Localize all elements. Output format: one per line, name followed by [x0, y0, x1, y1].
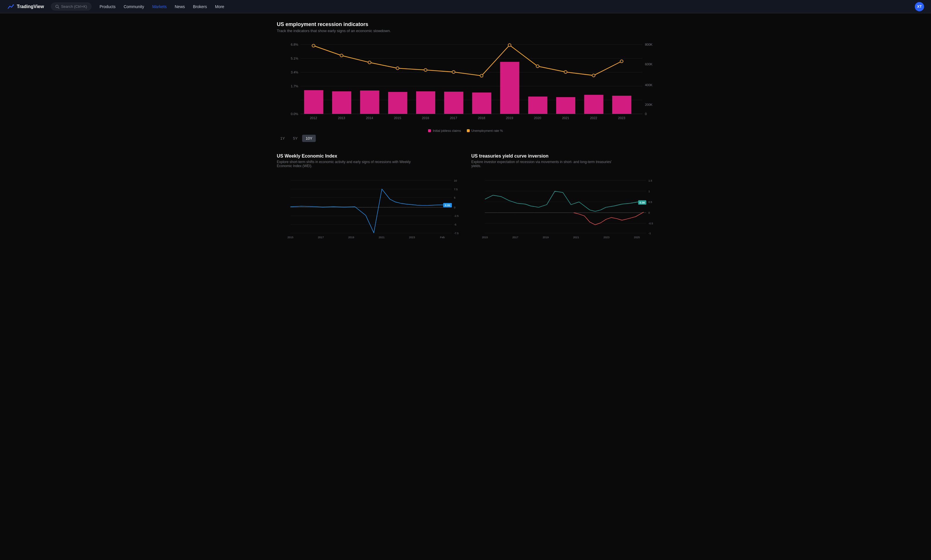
svg-text:2023: 2023	[409, 236, 415, 239]
main-content: US employment recession indicators Track…	[263, 13, 668, 251]
svg-text:0: 0	[454, 206, 455, 209]
legend-unemployment-label: Unemployment rate %	[471, 129, 503, 132]
svg-rect-28	[556, 97, 575, 114]
svg-text:1.5: 1.5	[648, 179, 652, 182]
svg-text:0.5: 0.5	[648, 201, 652, 203]
svg-text:-0.5: -0.5	[648, 222, 653, 225]
svg-point-49	[480, 74, 483, 77]
logo-icon	[7, 3, 15, 11]
svg-point-45	[368, 61, 371, 64]
wei-subtitle: Explore short-term shifts in economic ac…	[277, 160, 421, 168]
svg-text:2019: 2019	[543, 236, 549, 239]
employment-subtitle: Track the indicators that show early sig…	[277, 29, 654, 33]
svg-point-54	[620, 60, 623, 63]
svg-text:2023: 2023	[618, 116, 625, 120]
svg-rect-29	[584, 95, 603, 114]
search-bar[interactable]: Search (Ctrl+K)	[51, 3, 91, 11]
svg-text:-7.5: -7.5	[454, 232, 459, 235]
legend-jobless-dot	[428, 129, 431, 132]
time-1y[interactable]: 1Y	[277, 135, 289, 142]
nav-markets[interactable]: Markets	[149, 3, 170, 11]
yield-chart-wrapper: 1.5 1 0.5 0 -0.5 -1 0.36 2	[471, 172, 654, 243]
nav-links: Products Community Markets News Brokers …	[96, 3, 912, 11]
nav-more[interactable]: More	[212, 3, 228, 11]
svg-text:2025: 2025	[634, 236, 640, 239]
logo-text: TradingView	[17, 4, 44, 9]
section-employment: US employment recession indicators Track…	[277, 22, 654, 142]
yield-title: US treasuries yield curve inversion	[471, 154, 654, 159]
svg-text:2021: 2021	[378, 236, 384, 239]
search-icon	[55, 5, 59, 9]
svg-text:2015: 2015	[394, 116, 401, 120]
svg-point-51	[536, 65, 539, 68]
svg-text:2019: 2019	[506, 116, 513, 120]
svg-point-53	[592, 74, 595, 77]
nav-products[interactable]: Products	[96, 3, 119, 11]
nav-community[interactable]: Community	[120, 3, 148, 11]
svg-rect-19	[304, 90, 323, 114]
svg-text:2014: 2014	[366, 116, 373, 120]
employment-legend: Initial jobless claims Unemployment rate…	[277, 129, 654, 132]
legend-unemployment-dot	[467, 129, 470, 132]
svg-point-50	[508, 44, 511, 46]
svg-text:2021: 2021	[573, 236, 579, 239]
svg-text:2015: 2015	[482, 236, 488, 239]
svg-text:2022: 2022	[590, 116, 597, 120]
svg-text:5: 5	[454, 196, 455, 199]
svg-text:10: 10	[454, 179, 457, 182]
svg-text:2020: 2020	[534, 116, 541, 120]
yield-chart-svg: 1.5 1 0.5 0 -0.5 -1 0.36 2	[471, 172, 654, 242]
legend-jobless-label: Initial jobless claims	[433, 129, 461, 132]
svg-text:2.31: 2.31	[445, 204, 450, 207]
svg-point-44	[340, 54, 343, 57]
wei-panel: US Weekly Economic Index Explore short-t…	[277, 154, 460, 243]
svg-text:-1: -1	[648, 232, 651, 235]
svg-point-43	[312, 44, 315, 47]
svg-text:2012: 2012	[310, 116, 317, 120]
svg-text:2015: 2015	[287, 236, 293, 239]
employment-title: US employment recession indicators	[277, 22, 654, 28]
svg-rect-23	[416, 91, 435, 114]
svg-text:5.1%: 5.1%	[290, 57, 298, 60]
svg-text:0: 0	[645, 112, 647, 115]
time-5y[interactable]: 5Y	[289, 135, 301, 142]
svg-rect-20	[332, 91, 351, 114]
svg-point-52	[564, 71, 567, 74]
svg-point-1	[13, 4, 14, 6]
svg-point-48	[452, 71, 455, 74]
legend-unemployment: Unemployment rate %	[467, 129, 503, 132]
svg-text:200K: 200K	[645, 103, 653, 106]
yield-subtitle: Explore investor expectation of recessio…	[471, 160, 616, 168]
svg-text:1.7%: 1.7%	[290, 85, 298, 88]
svg-text:3.4%: 3.4%	[290, 71, 298, 74]
svg-text:Feb: Feb	[440, 236, 445, 239]
svg-text:-2.5: -2.5	[454, 214, 459, 217]
svg-rect-25	[472, 92, 491, 114]
time-10y[interactable]: 10Y	[302, 135, 316, 142]
svg-text:2018: 2018	[478, 116, 485, 120]
svg-point-46	[396, 67, 399, 70]
svg-text:7.5: 7.5	[454, 188, 457, 191]
nav-brokers[interactable]: Brokers	[190, 3, 210, 11]
wei-chart-wrapper: 10 7.5 5 0 -2.5 -5 -7.5 2.31	[277, 172, 460, 243]
svg-text:600K: 600K	[645, 62, 653, 66]
svg-rect-24	[444, 92, 463, 114]
svg-text:2023: 2023	[604, 236, 610, 239]
svg-rect-27	[528, 97, 547, 114]
svg-text:2017: 2017	[450, 116, 457, 120]
logo[interactable]: TradingView	[7, 3, 44, 11]
search-label: Search (Ctrl+K)	[61, 4, 87, 9]
svg-point-47	[424, 69, 427, 71]
svg-text:2013: 2013	[338, 116, 345, 120]
svg-rect-30	[612, 96, 631, 114]
nav-news[interactable]: News	[171, 3, 188, 11]
wei-chart-svg: 10 7.5 5 0 -2.5 -5 -7.5 2.31	[277, 172, 460, 242]
user-avatar[interactable]: XT	[915, 2, 924, 11]
svg-text:1: 1	[648, 190, 650, 193]
svg-rect-21	[360, 91, 379, 114]
svg-text:-5: -5	[454, 223, 456, 226]
svg-text:2016: 2016	[421, 116, 429, 120]
svg-rect-22	[388, 92, 407, 114]
bottom-charts-row: US Weekly Economic Index Explore short-t…	[277, 154, 654, 243]
yield-panel: US treasuries yield curve inversion Expl…	[471, 154, 654, 243]
